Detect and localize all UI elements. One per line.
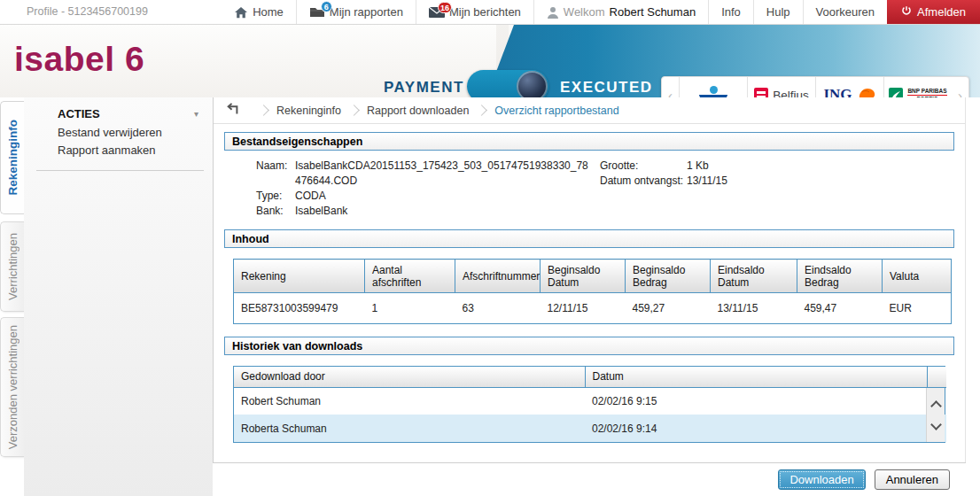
payment-label: PAYMENT xyxy=(384,79,464,97)
breadcrumb-separator xyxy=(258,105,269,116)
info-button[interactable]: Info xyxy=(708,0,753,24)
messages-icon: 16 xyxy=(429,7,445,18)
file-name-label: Naam: xyxy=(256,159,295,189)
cell-download-date: 02/02/16 9:15 xyxy=(585,387,927,415)
reports-icon: 6 xyxy=(309,6,325,18)
toggle-knob xyxy=(517,71,548,97)
my-reports-button[interactable]: 6 Mijn rapporten xyxy=(296,0,416,24)
top-bar: Profile - 5123456700199 Home 6 Mijn rapp… xyxy=(0,0,980,25)
cell-downloaded-by: Roberta Schuman xyxy=(234,415,585,442)
breadcrumb-rapport-downloaden[interactable]: Rapport downloaden xyxy=(367,105,469,117)
cell-downloaded-by: Robert Schuman xyxy=(234,387,585,415)
cell-eindsaldo-bedrag: 459,47 xyxy=(797,293,883,324)
my-messages-label: Mijn berichten xyxy=(449,5,521,19)
file-properties: Naam: IsabelBankCDA20151153_175423_503_0… xyxy=(256,159,954,219)
col-beginsaldo-datum: Beginsaldo Datum xyxy=(541,260,626,293)
cell-beginsaldo-bedrag: 459,27 xyxy=(626,293,711,324)
logout-label: Afmelden xyxy=(917,5,966,19)
history-row[interactable]: Robert Schuman 02/02/16 9:15 xyxy=(234,387,946,415)
history-section-header: Historiek van downloads xyxy=(224,337,954,355)
isabel-logo: isabel 6 xyxy=(14,40,144,79)
bank-belfius[interactable]: Belfius xyxy=(747,77,815,97)
content-panel: Rekeninginfo Rapport downloaden Overzich… xyxy=(213,97,966,462)
download-button[interactable]: Downloaden xyxy=(778,469,865,490)
action-delete-file[interactable]: Bestand verwijderen xyxy=(24,124,213,142)
tab-verrichtingen[interactable]: Verrichtingen xyxy=(0,221,24,312)
my-messages-button[interactable]: 16 Mijn berichten xyxy=(416,0,533,24)
content-section-header: Inhoud xyxy=(224,229,954,248)
bank-ing[interactable]: ING xyxy=(815,77,883,97)
reports-badge: 6 xyxy=(321,1,332,12)
bank-kbc[interactable]: KBC xyxy=(679,77,747,97)
profile-id: Profile - 5123456700199 xyxy=(0,0,222,24)
bnp-label: BNP PARIBAS FORTIS xyxy=(907,88,946,97)
bnp-logo-icon xyxy=(889,88,903,97)
action-create-report[interactable]: Rapport aanmaken xyxy=(24,142,213,159)
file-size-value: 1 Kb xyxy=(687,159,980,174)
page: Profile - 5123456700199 Home 6 Mijn rapp… xyxy=(0,0,980,496)
actions-collapse-icon[interactable]: ▾ xyxy=(194,109,198,119)
home-button[interactable]: Home xyxy=(222,0,296,24)
history-table: Gedownload door Datum Robert Schuman 02/… xyxy=(234,367,946,442)
col-rekening: Rekening xyxy=(234,260,365,293)
file-properties-header: Bestandseigenschappen xyxy=(224,132,954,151)
col-gedownload-door: Gedownload door xyxy=(234,367,585,387)
col-valuta: Valuta xyxy=(883,260,952,293)
help-label: Hulp xyxy=(766,5,790,19)
file-received-value: 13/11/15 xyxy=(687,174,980,189)
col-beginsaldo-bedrag: Beginsaldo Bedrag xyxy=(626,260,711,293)
table-row[interactable]: BE58731003599479 1 63 12/11/15 459,27 13… xyxy=(234,293,952,324)
col-datum: Datum xyxy=(585,367,927,387)
info-label: Info xyxy=(721,5,741,19)
payment-executed-toggle[interactable] xyxy=(467,70,548,97)
file-properties-right: Grootte: 1 Kb Datum ontvangst: 13/11/15 xyxy=(600,159,980,189)
scroll-up-icon[interactable] xyxy=(930,400,942,412)
tab-rekeninginfo[interactable]: Rekeninginfo xyxy=(0,101,24,214)
messages-badge: 16 xyxy=(438,2,452,13)
home-icon xyxy=(234,6,248,19)
bank-carousel: ‹ KBC Belfius ING xyxy=(661,76,969,97)
user-name: Robert Schuman xyxy=(610,5,696,19)
back-button[interactable] xyxy=(214,97,251,124)
welcome-user[interactable]: Welkom Robert Schuman xyxy=(533,0,708,24)
my-reports-label: Mijn rapporten xyxy=(330,5,403,19)
preferences-button[interactable]: Voorkeuren xyxy=(803,0,888,24)
belfius-label: Belfius xyxy=(773,89,809,98)
history-table-container: Gedownload door Datum Robert Schuman 02/… xyxy=(233,366,945,443)
content-table: Rekening Aantal afschriften Afschriftnum… xyxy=(233,259,952,324)
col-aantal-afschriften: Aantal afschriften xyxy=(365,260,455,293)
file-name-value: IsabelBankCDA20151153_175423_503_0517475… xyxy=(295,159,593,189)
cell-beginsaldo-datum: 12/11/15 xyxy=(541,293,626,324)
tab-rekeninginfo-label: Rekeninginfo xyxy=(6,120,19,196)
bank-bnp-paribas-fortis[interactable]: BNP PARIBAS FORTIS xyxy=(883,77,952,97)
breadcrumb-rekeninginfo[interactable]: Rekeninginfo xyxy=(276,105,341,117)
history-row[interactable]: Roberta Schuman 02/02/16 9:14 xyxy=(234,415,946,442)
history-scrollbar[interactable] xyxy=(926,388,945,442)
actions-title: ACTIES xyxy=(58,107,100,120)
cell-valuta: EUR xyxy=(883,293,952,324)
tab-verzonden-verrichtingen[interactable]: Verzonden verrichtingen xyxy=(0,317,24,457)
ing-label: ING xyxy=(823,86,852,97)
actions-panel: ACTIES ▾ Bestand verwijderen Rapport aan… xyxy=(24,97,213,496)
breadcrumb-separator xyxy=(348,105,360,116)
ing-lion-icon xyxy=(857,87,876,98)
file-size-label: Grootte: xyxy=(600,159,687,174)
bnp-line1: BNP PARIBAS xyxy=(907,88,946,96)
carousel-right-arrow[interactable]: › xyxy=(952,77,968,97)
header-banner: isabel 6 PAYMENT EXECUTED ‹ KBC Belfius … xyxy=(0,25,980,97)
col-scrollbar-spacer xyxy=(927,367,946,387)
executed-label: EXECUTED xyxy=(560,79,653,97)
col-eindsaldo-bedrag: Eindsaldo Bedrag xyxy=(797,260,883,293)
actions-divider xyxy=(36,170,204,171)
carousel-left-arrow[interactable]: ‹ xyxy=(662,77,679,97)
cell-rekening: BE58731003599479 xyxy=(234,293,365,324)
power-icon xyxy=(901,5,912,19)
scroll-down-icon[interactable] xyxy=(930,419,942,430)
cell-afschriftnummer: 63 xyxy=(455,293,541,324)
cancel-button[interactable]: Annuleren xyxy=(875,469,950,490)
help-button[interactable]: Hulp xyxy=(753,0,803,24)
belfius-logo-icon xyxy=(754,88,768,97)
file-bank-value: IsabelBank xyxy=(295,204,593,219)
footer-bar: Downloaden Annuleren xyxy=(213,462,966,496)
logout-button[interactable]: Afmelden xyxy=(887,0,980,24)
